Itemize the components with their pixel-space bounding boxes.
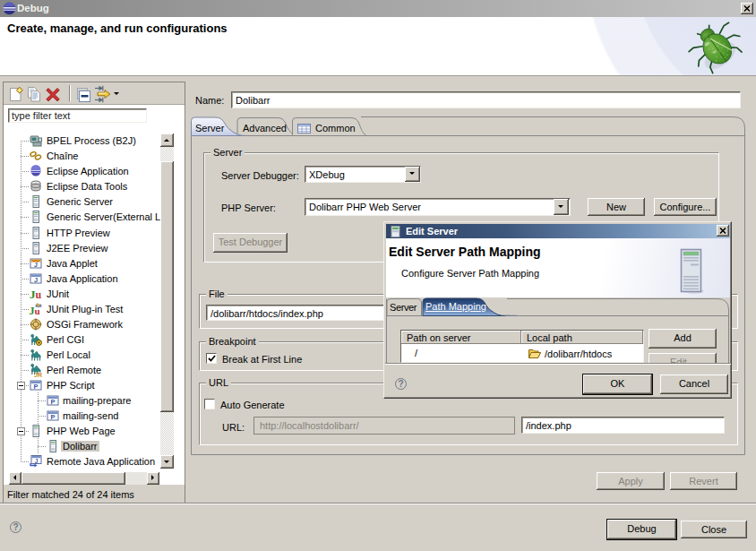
- svg-text:u: u: [35, 306, 40, 316]
- svg-text:JR: JR: [34, 372, 42, 377]
- svg-text:J: J: [34, 262, 38, 268]
- svg-text:J: J: [34, 276, 38, 284]
- svg-text:u: u: [36, 288, 42, 301]
- svg-text:P: P: [33, 383, 38, 391]
- svg-text:P: P: [50, 398, 55, 406]
- svg-text:J: J: [35, 458, 39, 464]
- svg-text:P: P: [50, 413, 55, 421]
